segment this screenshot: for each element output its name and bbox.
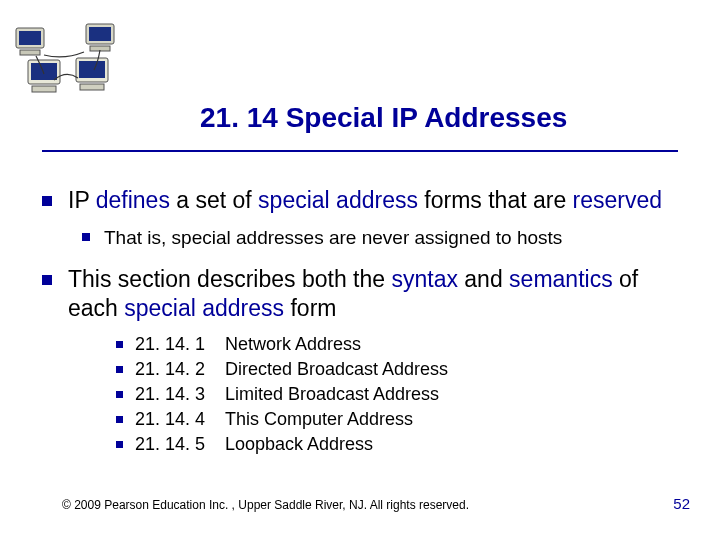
svg-rect-7: [31, 63, 57, 80]
svg-rect-2: [20, 50, 40, 55]
section-label: Loopback Address: [225, 434, 373, 455]
section-number: 21. 14. 2: [135, 359, 225, 380]
svg-rect-8: [32, 86, 56, 92]
svg-rect-10: [79, 61, 105, 78]
square-bullet-icon: [42, 275, 52, 285]
section-label: Limited Broadcast Address: [225, 384, 439, 405]
bullet-level1: This section describes both the syntax a…: [42, 265, 682, 325]
svg-rect-4: [89, 27, 111, 41]
bullet-level2: That is, special addresses are never ass…: [82, 226, 682, 251]
page-number: 52: [673, 495, 690, 512]
section-number: 21. 14. 3: [135, 384, 225, 405]
list-item: 21. 14. 1 Network Address: [116, 334, 682, 355]
section-label: Network Address: [225, 334, 361, 355]
bullet-text: That is, special addresses are never ass…: [104, 226, 562, 251]
square-bullet-icon: [116, 416, 123, 423]
networked-computers-icon: [14, 20, 124, 100]
section-number: 21. 14. 5: [135, 434, 225, 455]
section-label: Directed Broadcast Address: [225, 359, 448, 380]
bullet-text: This section describes both the syntax a…: [68, 265, 682, 325]
section-number: 21. 14. 1: [135, 334, 225, 355]
title-underline: [42, 150, 678, 152]
list-item: 21. 14. 5 Loopback Address: [116, 434, 682, 455]
slide-title: 21. 14 Special IP Addresses: [200, 102, 567, 134]
square-bullet-icon: [116, 441, 123, 448]
square-bullet-icon: [116, 366, 123, 373]
bullet-level1: IP defines a set of special address form…: [42, 186, 682, 216]
square-bullet-icon: [116, 341, 123, 348]
list-item: 21. 14. 4 This Computer Address: [116, 409, 682, 430]
svg-rect-11: [80, 84, 104, 90]
copyright-footer: © 2009 Pearson Education Inc. , Upper Sa…: [62, 498, 469, 512]
bullet-text: IP defines a set of special address form…: [68, 186, 662, 216]
slide-body: IP defines a set of special address form…: [42, 186, 682, 459]
square-bullet-icon: [82, 233, 90, 241]
subsection-list: 21. 14. 1 Network Address 21. 14. 2 Dire…: [116, 334, 682, 455]
list-item: 21. 14. 2 Directed Broadcast Address: [116, 359, 682, 380]
section-label: This Computer Address: [225, 409, 413, 430]
svg-rect-1: [19, 31, 41, 45]
square-bullet-icon: [116, 391, 123, 398]
square-bullet-icon: [42, 196, 52, 206]
list-item: 21. 14. 3 Limited Broadcast Address: [116, 384, 682, 405]
section-number: 21. 14. 4: [135, 409, 225, 430]
